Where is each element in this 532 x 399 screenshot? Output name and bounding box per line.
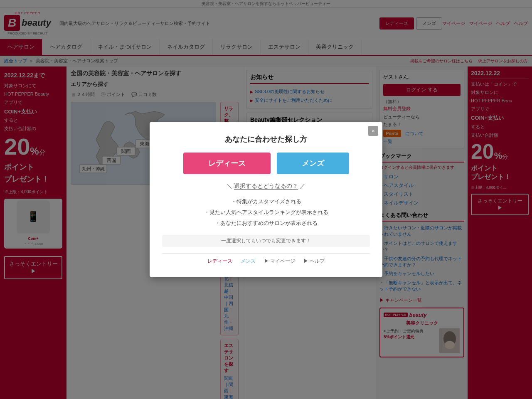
modal-dialog: × あなたに合わせた探し方 レディース メンズ ＼ 選択するとどうなるの？ ／ … (150, 122, 382, 277)
modal-ladies-small-link[interactable]: レディース (207, 258, 232, 265)
modal-benefit-3: あなたにおすすめのサロンが表示される (162, 218, 370, 229)
modal-mypage-link[interactable]: ▶ マイページ (264, 258, 295, 265)
modal-overlay[interactable]: × あなたに合わせた探し方 レディース メンズ ＼ 選択するとどうなるの？ ／ … (0, 0, 532, 399)
modal-question: ＼ 選択するとどうなるの？ ／ (162, 182, 370, 190)
modal-ladies-button[interactable]: レディース (183, 153, 271, 174)
modal-bottom-links: レディース メンズ ▶ マイページ ▶ ヘルプ (162, 258, 370, 265)
modal-gender-buttons: レディース メンズ (162, 153, 370, 174)
modal-benefit-2: 見たい人気ヘアスタイルランキングが表示される (162, 207, 370, 218)
modal-help-link[interactable]: ▶ ヘルプ (303, 258, 325, 265)
modal-mens-button[interactable]: メンズ (277, 153, 349, 174)
modal-title: あなたに合わせた探し方 (162, 134, 370, 144)
modal-mens-small-link[interactable]: メンズ (241, 258, 256, 265)
modal-benefits: 特集がカスタマイズされる 見たい人気ヘアスタイルランキングが表示される あなたに… (162, 196, 370, 229)
modal-question-text: 選択するとどうなるの？ (234, 182, 298, 190)
modal-divider (162, 253, 370, 254)
modal-note: 一度選択してもいつでも変更できます！ (162, 235, 370, 247)
modal-close-button[interactable]: × (368, 126, 378, 136)
modal-benefit-1: 特集がカスタマイズされる (162, 196, 370, 207)
